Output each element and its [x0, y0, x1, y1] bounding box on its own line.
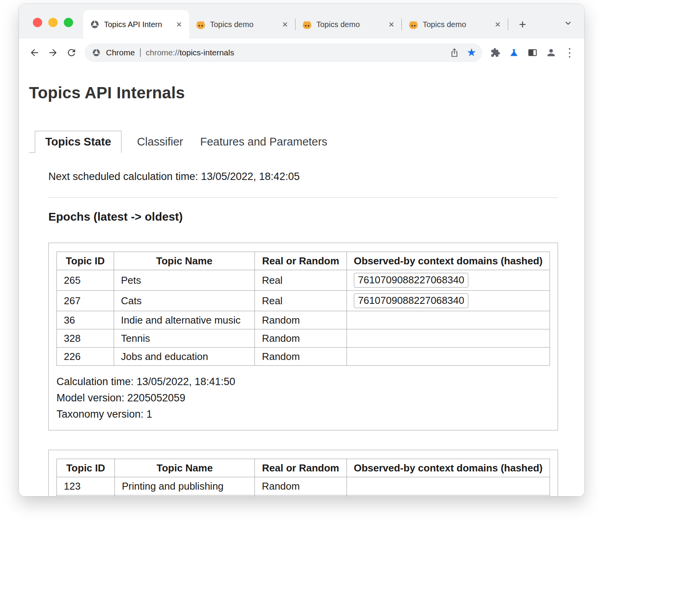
topic-name-cell: Fibre and textile arts: [114, 495, 254, 497]
page-content: Topics API Internals Topics State Classi…: [19, 67, 584, 496]
browser-tab-topics-internals[interactable]: Topics API Intern ✕: [83, 10, 189, 39]
menu-icon[interactable]: ⋮: [560, 43, 579, 62]
column-real-or-random: Real or Random: [255, 252, 347, 270]
topic-id-cell: 36: [57, 311, 114, 329]
page-title: Topics API Internals: [29, 84, 574, 102]
browser-tab-topics-demo-1[interactable]: Topics demo ✕: [189, 10, 295, 39]
address-bar-text: Chrome chrome://topics-internals: [92, 48, 446, 57]
tab-title: Topics API Intern: [104, 20, 169, 29]
model-version: Model version: 2205052059: [56, 390, 550, 406]
close-tab-icon[interactable]: ✕: [386, 19, 397, 30]
tab-search-chevron-icon[interactable]: [562, 17, 574, 29]
domains-cell: 7610709088227068340: [347, 291, 550, 311]
column-topic-name: Topic Name: [114, 252, 254, 270]
zoom-window-button[interactable]: [64, 18, 73, 27]
table-row: 267 Cats Real 7610709088227068340: [57, 291, 550, 311]
close-tab-icon[interactable]: ✕: [280, 19, 290, 30]
chrome-page-icon: [90, 20, 99, 29]
topic-id-cell: 267: [57, 291, 114, 311]
tab-title: Topics demo: [423, 20, 488, 29]
table-row: 226 Jobs and education Random: [57, 348, 550, 366]
extensions-icon[interactable]: [486, 43, 505, 62]
topics-table: Topic ID Topic Name Real or Random Obser…: [56, 459, 550, 496]
share-icon[interactable]: [446, 44, 463, 61]
chrome-icon: [92, 48, 101, 57]
table-row: 123 Printing and publishing Random: [57, 477, 550, 495]
close-tab-icon[interactable]: ✕: [174, 19, 184, 30]
back-button[interactable]: [25, 43, 44, 62]
minimize-window-button[interactable]: [48, 18, 58, 27]
column-topic-id: Topic ID: [57, 459, 115, 477]
topic-name-cell: Cats: [114, 291, 254, 311]
tab-title: Topics demo: [210, 20, 275, 29]
real-or-random-cell: Random: [254, 495, 347, 497]
calculation-time: Calculation time: 13/05/2022, 18:41:50: [56, 374, 550, 390]
side-panel-icon[interactable]: [523, 43, 542, 62]
browser-tabs: Topics API Intern ✕ Topics demo ✕ Topics…: [83, 4, 508, 39]
column-topic-name: Topic Name: [114, 459, 254, 477]
page-tab-bar: Topics State Classifier Features and Par…: [35, 131, 574, 153]
domains-cell: 7610709088227068340: [347, 270, 550, 291]
column-topic-id: Topic ID: [57, 252, 114, 270]
tab-classifier[interactable]: Classifier: [137, 131, 183, 152]
domains-cell: [347, 495, 550, 497]
profile-icon[interactable]: [542, 43, 560, 62]
epoch-box-older: Topic ID Topic Name Real or Random Obser…: [48, 450, 558, 496]
table-row: 36 Indie and alternative music Random: [57, 311, 550, 329]
topic-name-cell: Pets: [114, 270, 254, 291]
topic-id-cell: 226: [57, 348, 114, 366]
cat-icon: [302, 20, 312, 29]
epoch-box-latest: Topic ID Topic Name Real or Random Obser…: [48, 243, 558, 430]
topic-id-cell: 328: [57, 329, 114, 348]
domains-cell: [347, 311, 550, 329]
experiments-flask-icon[interactable]: [505, 43, 523, 62]
table-header-row: Topic ID Topic Name Real or Random Obser…: [57, 252, 550, 270]
topic-id-cell: 123: [57, 477, 115, 495]
browser-toolbar: Chrome chrome://topics-internals ★ ⋮: [19, 39, 584, 67]
real-or-random-cell: Random: [255, 329, 347, 348]
url-host: topics-internals: [179, 48, 234, 57]
url-text: chrome://topics-internals: [146, 48, 234, 57]
table-row: 200 Fibre and textile arts Random: [57, 495, 550, 497]
topics-state-panel: Next scheduled calculation time: 13/05/2…: [48, 171, 574, 496]
window-controls: [33, 18, 73, 27]
reload-button[interactable]: [62, 43, 81, 62]
browser-tab-topics-demo-2[interactable]: Topics demo ✕: [295, 10, 401, 39]
url-separator: [140, 48, 141, 57]
browser-tab-topics-demo-3[interactable]: Topics demo ✕: [402, 10, 508, 39]
topic-id-cell: 265: [57, 270, 114, 291]
taxonomy-version: Taxonomy version: 1: [56, 406, 550, 422]
next-calculation-text: Next scheduled calculation time: 13/05/2…: [48, 171, 574, 183]
cat-icon: [196, 20, 205, 29]
close-window-button[interactable]: [33, 18, 42, 27]
divider: [48, 197, 558, 198]
real-or-random-cell: Real: [255, 270, 347, 291]
tab-topics-state[interactable]: Topics State: [35, 131, 121, 153]
domains-cell: [347, 477, 550, 495]
tab-title: Topics demo: [316, 20, 381, 29]
topics-table: Topic ID Topic Name Real or Random Obser…: [56, 252, 550, 366]
tab-features-and-parameters[interactable]: Features and Parameters: [200, 131, 328, 152]
real-or-random-cell: Random: [255, 348, 347, 366]
address-bar[interactable]: Chrome chrome://topics-internals ★: [85, 43, 482, 62]
close-tab-icon[interactable]: ✕: [492, 19, 503, 30]
new-tab-button[interactable]: +: [514, 16, 531, 33]
bookmark-star-icon[interactable]: ★: [463, 44, 480, 61]
column-observed-domains: Observed-by context domains (hashed): [347, 459, 550, 477]
hashed-domain-value: 7610709088227068340: [354, 273, 469, 288]
topic-name-cell: Indie and alternative music: [114, 311, 254, 329]
browser-window: Topics API Intern ✕ Topics demo ✕ Topics…: [19, 4, 584, 496]
site-label: Chrome: [106, 48, 135, 57]
tab-strip: Topics API Intern ✕ Topics demo ✕ Topics…: [19, 4, 584, 39]
url-scheme: chrome://: [146, 48, 180, 57]
real-or-random-cell: Real: [255, 291, 347, 311]
hashed-domain-value: 7610709088227068340: [354, 293, 469, 308]
real-or-random-cell: Random: [254, 477, 347, 495]
real-or-random-cell: Random: [255, 311, 347, 329]
column-real-or-random: Real or Random: [254, 459, 347, 477]
epoch-meta: Calculation time: 13/05/2022, 18:41:50 M…: [56, 374, 550, 422]
forward-button[interactable]: [44, 43, 62, 62]
table-row: 328 Tennis Random: [57, 329, 550, 348]
cat-icon: [409, 20, 418, 29]
topic-name-cell: Jobs and education: [114, 348, 254, 366]
